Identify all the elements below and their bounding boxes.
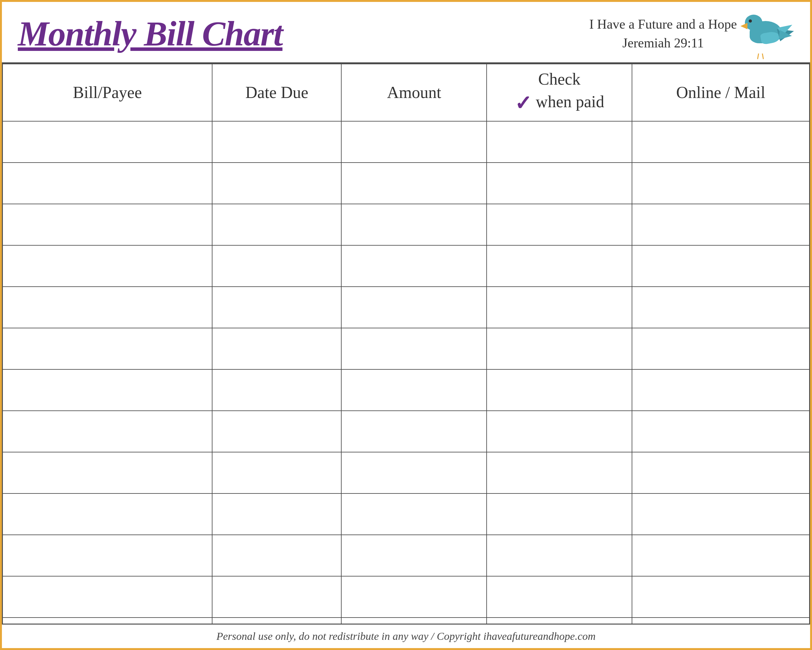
- check-header-line2: ✓ when paid: [487, 90, 632, 116]
- table-cell: [487, 121, 632, 162]
- table-cell: [3, 162, 212, 204]
- table-cell: [212, 121, 341, 162]
- table-cell: [3, 411, 212, 452]
- table-row: [3, 287, 810, 328]
- bird-tail3-icon: [779, 30, 792, 40]
- table-row: [3, 576, 810, 618]
- table-cell: [3, 204, 212, 245]
- table-cell: [487, 618, 632, 624]
- col-header-amount: Amount: [341, 64, 487, 121]
- table-cell: [487, 452, 632, 494]
- table-cell: [212, 618, 341, 624]
- table-cell: [487, 328, 632, 369]
- table-cell: [487, 535, 632, 576]
- table-cell: [487, 245, 632, 287]
- table-cell: [632, 162, 809, 204]
- table-cell: [3, 535, 212, 576]
- bird-body: [749, 21, 781, 43]
- bird-eye-icon: [749, 20, 752, 23]
- table-cell: [3, 245, 212, 287]
- check-header-line1: Check: [487, 69, 632, 90]
- table-row: [3, 618, 810, 624]
- table-cell: [212, 162, 341, 204]
- page-title: Monthly Bill Chart: [18, 16, 282, 51]
- table-cell: [212, 245, 341, 287]
- table-cell: [3, 494, 212, 535]
- table-container: Bill/Payee Date Due Amount Check ✓ when …: [2, 63, 810, 624]
- title-area: Monthly Bill Chart: [18, 16, 282, 51]
- table-row: [3, 328, 810, 369]
- table-header-row: Bill/Payee Date Due Amount Check ✓ when …: [3, 64, 810, 121]
- table-cell: [341, 411, 487, 452]
- table-cell: [212, 535, 341, 576]
- table-row: [3, 535, 810, 576]
- table-row: [3, 245, 810, 287]
- table-cell: [341, 576, 487, 618]
- scripture-line2: Jeremiah 29:11: [589, 34, 737, 52]
- table-body: [3, 121, 810, 624]
- table-cell: [487, 576, 632, 618]
- header: Monthly Bill Chart I Have a Future and a…: [2, 2, 810, 63]
- table-cell: [632, 494, 809, 535]
- table-cell: [341, 452, 487, 494]
- check-header-when-paid: when paid: [536, 92, 604, 110]
- table-cell: [341, 204, 487, 245]
- table-row: [3, 204, 810, 245]
- table-cell: [341, 494, 487, 535]
- table-cell: [487, 287, 632, 328]
- table-cell: [341, 162, 487, 204]
- table-cell: [341, 328, 487, 369]
- table-cell: [3, 369, 212, 411]
- bill-chart-table: Bill/Payee Date Due Amount Check ✓ when …: [2, 63, 810, 624]
- header-right: I Have a Future and a Hope Jeremiah 29:1…: [589, 11, 794, 56]
- footer-text: Personal use only, do not redistribute i…: [216, 630, 595, 642]
- table-cell: [212, 411, 341, 452]
- table-cell: [212, 287, 341, 328]
- table-cell: [632, 287, 809, 328]
- checkmark-icon: ✓: [514, 92, 532, 115]
- table-cell: [632, 411, 809, 452]
- table-cell: [3, 576, 212, 618]
- table-cell: [487, 162, 632, 204]
- table-row: [3, 452, 810, 494]
- table-cell: [341, 618, 487, 624]
- table-cell: [3, 121, 212, 162]
- table-row: [3, 369, 810, 411]
- col-header-check: Check ✓ when paid: [487, 64, 632, 121]
- table-cell: [341, 245, 487, 287]
- table-cell: [632, 204, 809, 245]
- table-cell: [632, 121, 809, 162]
- table-cell: [632, 535, 809, 576]
- table-cell: [3, 287, 212, 328]
- table-cell: [212, 452, 341, 494]
- table-cell: [632, 576, 809, 618]
- table-cell: [341, 287, 487, 328]
- table-cell: [341, 121, 487, 162]
- table-cell: [632, 369, 809, 411]
- table-cell: [341, 535, 487, 576]
- table-cell: [632, 452, 809, 494]
- footer: Personal use only, do not redistribute i…: [2, 624, 810, 648]
- table-row: [3, 121, 810, 162]
- table-cell: [3, 328, 212, 369]
- page: Monthly Bill Chart I Have a Future and a…: [0, 0, 812, 650]
- table-cell: [487, 411, 632, 452]
- table-cell: [632, 618, 809, 624]
- scripture-text: I Have a Future and a Hope Jeremiah 29:1…: [589, 15, 737, 52]
- table-cell: [3, 618, 212, 624]
- table-cell: [212, 576, 341, 618]
- col-header-online: Online / Mail: [632, 64, 809, 121]
- table-cell: [212, 369, 341, 411]
- table-row: [3, 494, 810, 535]
- table-cell: [212, 494, 341, 535]
- table-cell: [487, 369, 632, 411]
- table-cell: [487, 494, 632, 535]
- bird-illustration: [743, 11, 794, 56]
- table-cell: [212, 204, 341, 245]
- table-row: [3, 162, 810, 204]
- scripture-line1: I Have a Future and a Hope: [589, 15, 737, 34]
- bird-beak-icon: [740, 23, 748, 29]
- table-row: [3, 411, 810, 452]
- col-header-bill: Bill/Payee: [3, 64, 212, 121]
- table-cell: [632, 245, 809, 287]
